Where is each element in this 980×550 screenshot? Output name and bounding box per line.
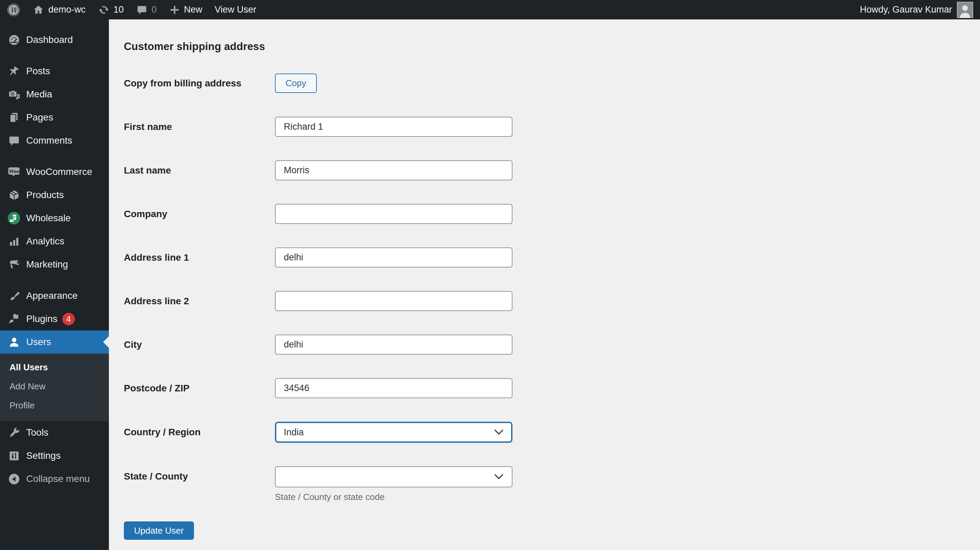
sidebar-item-label: Posts <box>26 66 50 77</box>
sidebar-item-dashboard[interactable]: Dashboard <box>0 28 109 51</box>
postcode-label: Postcode / ZIP <box>124 383 275 394</box>
menu-separator <box>0 51 109 59</box>
company-row: Company <box>124 204 980 224</box>
home-icon <box>33 4 44 16</box>
update-user-button[interactable]: Update User <box>124 521 194 540</box>
comments-count: 0 <box>152 5 157 15</box>
state-select[interactable] <box>275 466 512 487</box>
submenu-item-add-new[interactable]: Add New <box>0 377 109 396</box>
first-name-field[interactable] <box>275 117 512 137</box>
state-helper-text: State / County or state code <box>275 492 512 502</box>
sidebar-item-analytics[interactable]: Analytics <box>0 230 109 253</box>
country-select-wrap: India <box>275 422 512 443</box>
address-line-1-row: Address line 1 <box>124 247 980 268</box>
avatar[interactable] <box>957 2 973 18</box>
state-select-wrap <box>275 466 512 487</box>
sidebar-item-users[interactable]: Users <box>0 330 109 354</box>
media-icon <box>7 88 21 101</box>
address-line-2-label: Address line 2 <box>124 296 275 307</box>
sidebar-item-media[interactable]: Media <box>0 83 109 106</box>
plug-icon <box>7 312 21 326</box>
copy-from-billing-row: Copy from billing address Copy <box>124 73 980 93</box>
collapse-menu-button[interactable]: Collapse menu <box>0 467 109 491</box>
sidebar-item-label: Appearance <box>26 290 78 301</box>
admin-sidebar: Dashboard Posts M <box>0 19 109 550</box>
sidebar-item-tools[interactable]: Tools <box>0 421 109 444</box>
sidebar-item-label: Products <box>26 190 64 201</box>
address-line-2-row: Address line 2 <box>124 291 980 311</box>
sidebar-item-label: WooCommerce <box>26 166 92 177</box>
copy-from-billing-label: Copy from billing address <box>124 78 275 89</box>
sidebar-item-wholesale[interactable]: Wholesale <box>0 207 109 230</box>
submenu-item-profile[interactable]: Profile <box>0 396 109 415</box>
site-name-menu[interactable]: demo-wc <box>33 4 86 16</box>
admin-bar-right: Howdy, Gaurav Kumar <box>860 2 973 18</box>
address-line-1-label: Address line 1 <box>124 252 275 263</box>
comment-bubble-icon <box>136 4 148 16</box>
updates-menu[interactable]: 10 <box>98 4 124 16</box>
product-box-icon <box>7 188 21 202</box>
state-field-group: State / County or state code <box>275 466 512 502</box>
howdy-menu[interactable]: Howdy, Gaurav Kumar <box>860 5 952 15</box>
last-name-field[interactable] <box>275 160 512 180</box>
comments-menu[interactable]: 0 <box>136 4 157 16</box>
updates-count: 10 <box>114 5 124 15</box>
submenu-item-all-users[interactable]: All Users <box>0 358 109 377</box>
menu-separator <box>0 276 109 284</box>
update-icon <box>98 4 110 16</box>
sidebar-item-label: Comments <box>26 135 72 146</box>
sidebar-item-label: Analytics <box>26 236 64 247</box>
sidebar-item-label: Wholesale <box>26 213 71 223</box>
site-name-label: demo-wc <box>48 5 86 15</box>
postcode-field[interactable] <box>275 378 512 398</box>
comment-bubble-icon <box>7 134 21 147</box>
sidebar-item-woocommerce[interactable]: Woo WooCommerce <box>0 160 109 183</box>
sidebar-item-settings[interactable]: Settings <box>0 444 109 467</box>
first-name-row: First name <box>124 117 980 137</box>
main-content: Customer shipping address Copy from bill… <box>109 19 980 550</box>
copy-button[interactable]: Copy <box>275 73 317 93</box>
first-name-label: First name <box>124 121 275 132</box>
view-user-menu[interactable]: View User <box>215 5 256 15</box>
postcode-row: Postcode / ZIP <box>124 378 980 398</box>
howdy-label: Howdy, Gaurav Kumar <box>860 5 952 15</box>
sidebar-item-label: Plugins <box>26 314 57 324</box>
sidebar-item-plugins[interactable]: Plugins 4 <box>0 307 109 330</box>
menu-separator <box>0 152 109 160</box>
svg-text:Woo: Woo <box>8 169 20 174</box>
sidebar-item-label: Marketing <box>26 259 68 270</box>
address-line-2-field[interactable] <box>275 291 512 311</box>
admin-bar-left: W demo-wc 10 <box>7 3 256 17</box>
users-submenu: All Users Add New Profile <box>0 354 109 421</box>
sidebar-item-label: Media <box>26 89 52 100</box>
sidebar-item-label: Tools <box>26 427 48 438</box>
sidebar-item-appearance[interactable]: Appearance <box>0 284 109 307</box>
country-row: Country / Region India <box>124 422 980 443</box>
sidebar-item-products[interactable]: Products <box>0 183 109 207</box>
last-name-label: Last name <box>124 165 275 176</box>
address-line-1-field[interactable] <box>275 247 512 268</box>
collapse-arrow-icon <box>7 472 21 486</box>
city-row: City <box>124 335 980 355</box>
new-content-menu[interactable]: New <box>169 5 202 15</box>
sidebar-item-comments[interactable]: Comments <box>0 129 109 152</box>
paintbrush-icon <box>7 289 21 303</box>
sidebar-item-posts[interactable]: Posts <box>0 59 109 83</box>
sidebar-item-label: Dashboard <box>26 34 73 45</box>
city-label: City <box>124 340 275 350</box>
plugins-update-badge: 4 <box>62 313 75 325</box>
country-select[interactable]: India <box>275 422 512 443</box>
sidebar-item-pages[interactable]: Pages <box>0 106 109 129</box>
company-label: Company <box>124 209 275 220</box>
dashboard-gauge-icon <box>7 33 21 47</box>
sidebar-item-marketing[interactable]: Marketing <box>0 253 109 276</box>
city-field[interactable] <box>275 335 512 355</box>
company-field[interactable] <box>275 204 512 224</box>
pushpin-icon <box>7 64 21 78</box>
wordpress-logo-menu[interactable]: W <box>7 3 21 17</box>
state-row: State / County State / County or state c… <box>124 466 980 502</box>
megaphone-icon <box>7 258 21 271</box>
sliders-icon <box>7 449 21 462</box>
last-name-row: Last name <box>124 160 980 180</box>
pages-icon <box>7 111 21 124</box>
